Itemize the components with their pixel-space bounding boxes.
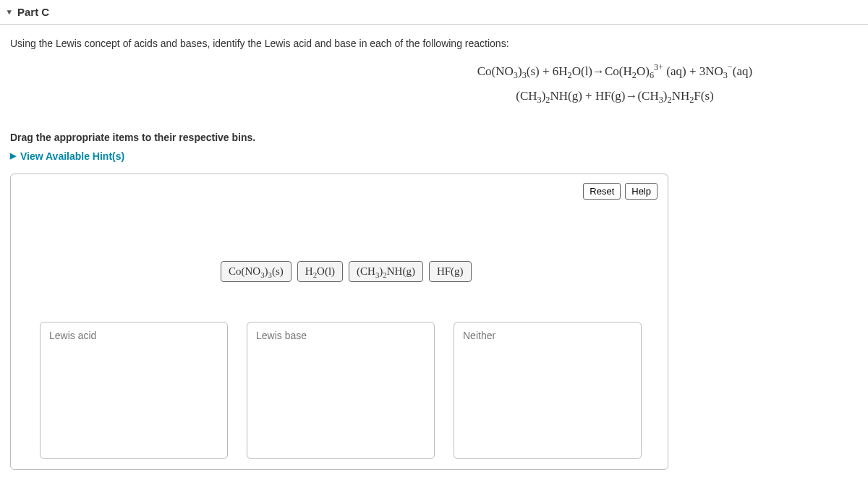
bin-label: Neither <box>463 330 632 341</box>
bin-label: Lewis acid <box>49 330 218 341</box>
collapse-caret-icon: ▾ <box>7 7 12 17</box>
draggable-item[interactable]: HF(g) <box>429 261 472 282</box>
view-hints-link[interactable]: ▶ View Available Hint(s) <box>10 150 124 162</box>
draggable-row: Co(NO3)3(s) H2O(l) (CH3)2NH(g) HF(g) <box>221 261 472 282</box>
part-label: Part C <box>17 6 49 18</box>
hints-label: View Available Hint(s) <box>20 150 124 162</box>
drag-workspace: Reset Help Co(NO3)3(s) H2O(l) (CH3)2NH(g… <box>10 174 668 470</box>
bins-row: Lewis acid Lewis base Neither <box>40 322 642 459</box>
drag-instruction: Drag the appropriate items to their resp… <box>10 132 868 143</box>
triangle-right-icon: ▶ <box>10 151 16 161</box>
workspace-toolbar: Reset Help <box>583 183 658 200</box>
part-header[interactable]: ▾ Part C <box>0 0 868 25</box>
bin-label: Lewis base <box>256 330 425 341</box>
draggable-item[interactable]: (CH3)2NH(g) <box>349 261 423 282</box>
reset-button[interactable]: Reset <box>583 183 621 200</box>
bin-lewis-acid[interactable]: Lewis acid <box>40 322 228 459</box>
help-button[interactable]: Help <box>625 183 658 200</box>
bin-lewis-base[interactable]: Lewis base <box>247 322 435 459</box>
draggable-item[interactable]: H2O(l) <box>297 261 343 282</box>
draggable-item[interactable]: Co(NO3)3(s) <box>221 261 292 282</box>
bin-neither[interactable]: Neither <box>454 322 642 459</box>
question-text: Using the Lewis concept of acids and bas… <box>10 38 858 49</box>
question-area: Using the Lewis concept of acids and bas… <box>0 25 868 116</box>
equation-1: Co(NO3)3(s) + 6H2O(l)→Co(H2O)63+ (aq) + … <box>372 59 858 84</box>
equations-block: Co(NO3)3(s) + 6H2O(l)→Co(H2O)63+ (aq) + … <box>10 59 858 108</box>
equation-2: (CH3)2NH(g) + HF(g)→(CH3)2NH2F(s) <box>372 84 858 108</box>
